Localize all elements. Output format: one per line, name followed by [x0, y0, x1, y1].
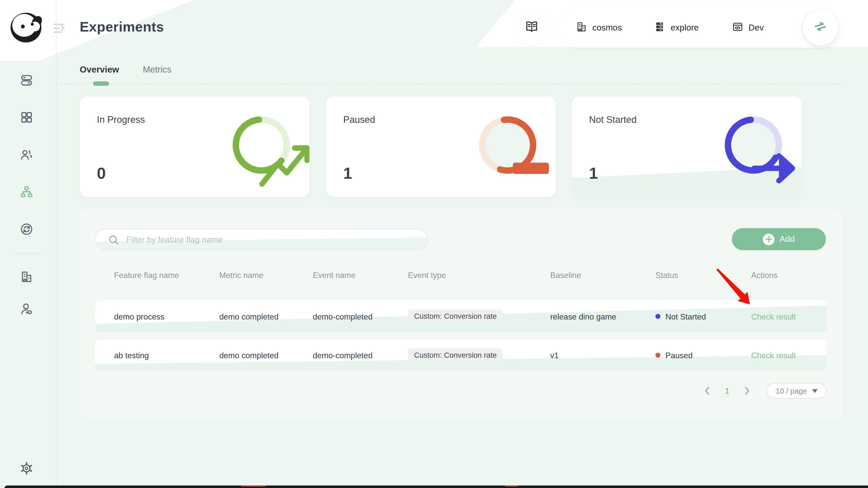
stat-value: 1: [589, 164, 598, 183]
column-header: Feature flag name: [114, 268, 179, 283]
column-header: Event name: [313, 268, 356, 283]
stat-label: Not Started: [589, 115, 637, 126]
page-size-select[interactable]: 10 / page: [767, 383, 827, 398]
nav-item-label: cosmos: [592, 23, 622, 33]
code-window-icon: [732, 21, 743, 35]
arrow-right-icon: [745, 137, 762, 153]
baseline-cell: v1: [550, 339, 559, 371]
chevron-left-icon[interactable]: [702, 386, 713, 396]
chevron-right-icon[interactable]: [741, 386, 752, 396]
event-name-cell: demo-completed: [313, 301, 373, 332]
column-header: Metric name: [219, 268, 264, 283]
sidebar-item-users[interactable]: [20, 149, 33, 162]
pause-minus-icon: [499, 137, 516, 153]
nav-item-environment[interactable]: explore: [654, 21, 699, 35]
trend-up-icon: [253, 137, 270, 153]
event-type-badge: Custom: Conversion rate: [408, 309, 503, 323]
metric-name-cell: demo completed: [219, 339, 278, 371]
column-header: Actions: [751, 268, 777, 283]
sidebar-item-dashboard[interactable]: [20, 111, 33, 124]
sidebar-item-experiments[interactable]: [20, 185, 33, 199]
baseline-cell: release dino game: [550, 301, 616, 332]
column-header: Status: [655, 268, 678, 283]
stat-card-paused: Paused 1: [326, 96, 556, 197]
stat-card-in-progress: In Progress 0: [80, 96, 310, 197]
page-title: Experiments: [80, 19, 164, 35]
active-tab-indicator: [93, 81, 109, 86]
caret-down-icon: [812, 389, 817, 393]
nav-item-env-dev[interactable]: Dev: [732, 21, 764, 35]
sidebar-collapse-icon[interactable]: [53, 23, 66, 34]
feature-flag-name-cell[interactable]: demo process: [114, 301, 165, 332]
column-header: Event type: [408, 268, 446, 283]
stat-label: Paused: [343, 115, 375, 126]
stack-icon: [654, 21, 665, 35]
dock-edge: [4, 485, 868, 488]
check-result-link[interactable]: Check result: [751, 301, 796, 332]
paused-donut: [476, 114, 539, 177]
column-header: Baseline: [550, 268, 581, 283]
nav-item-project[interactable]: cosmos: [576, 21, 622, 35]
app-window: Experiments cosmos: [0, 0, 868, 488]
search-field: [95, 229, 428, 250]
stat-value: 0: [97, 164, 106, 183]
pagination: 1 10 / page: [702, 383, 827, 398]
in-progress-donut: [230, 114, 293, 177]
page-size-label: 10 / page: [776, 387, 807, 395]
swap-arrows-icon: [813, 19, 828, 36]
status-dot: [655, 314, 660, 319]
status-cell: Paused: [655, 339, 692, 371]
status-dot: [655, 353, 660, 358]
event-name-cell: demo-completed: [313, 339, 373, 371]
switch-button[interactable]: [803, 10, 838, 45]
top-navigation: cosmos explore Dev: [558, 8, 841, 48]
not-started-donut: [722, 114, 785, 177]
stat-value: 1: [343, 164, 352, 183]
book-icon: [524, 20, 538, 36]
sidebar-item-sync[interactable]: [20, 222, 33, 236]
sidebar-divider: [14, 254, 41, 254]
settings-gear-icon[interactable]: [20, 462, 33, 475]
status-label: Paused: [665, 351, 692, 360]
tab-overview[interactable]: Overview: [80, 65, 119, 75]
sidebar-border: [56, 0, 56, 488]
stat-card-not-started: Not Started 1: [572, 96, 802, 197]
tab-metrics[interactable]: Metrics: [143, 65, 171, 75]
plus-icon: [763, 233, 774, 245]
add-button[interactable]: Add: [732, 228, 826, 250]
search-input[interactable]: [126, 229, 414, 250]
sidebar-item-toggles[interactable]: [20, 73, 33, 87]
add-button-label: Add: [779, 234, 795, 244]
mascot-logo[interactable]: [9, 11, 45, 44]
metric-name-cell: demo completed: [219, 301, 278, 332]
check-result-link[interactable]: Check result: [751, 339, 796, 371]
page-number[interactable]: 1: [719, 384, 735, 398]
dock-accent: [241, 485, 266, 486]
table-row: ab testing demo completed demo-completed…: [95, 339, 827, 371]
sidebar-item-access[interactable]: [20, 302, 33, 316]
feature-flag-name-cell[interactable]: ab testing: [114, 339, 149, 371]
experiments-panel: Add Feature flag name Metric name Event …: [80, 209, 842, 418]
stat-label: In Progress: [97, 115, 145, 126]
sidebar-item-organization[interactable]: [20, 270, 33, 283]
event-type-badge: Custom: Conversion rate: [408, 348, 503, 362]
nav-item-label: explore: [671, 23, 699, 33]
status-label: Not Started: [665, 312, 706, 321]
red-annotation-arrow: [715, 268, 752, 307]
nav-item-label: Dev: [748, 23, 764, 33]
docs-button[interactable]: [515, 10, 549, 45]
building-icon: [576, 21, 587, 35]
status-cell: Not Started: [655, 301, 706, 332]
dock-accent: [505, 485, 518, 486]
tab-divider-line: [58, 84, 842, 85]
